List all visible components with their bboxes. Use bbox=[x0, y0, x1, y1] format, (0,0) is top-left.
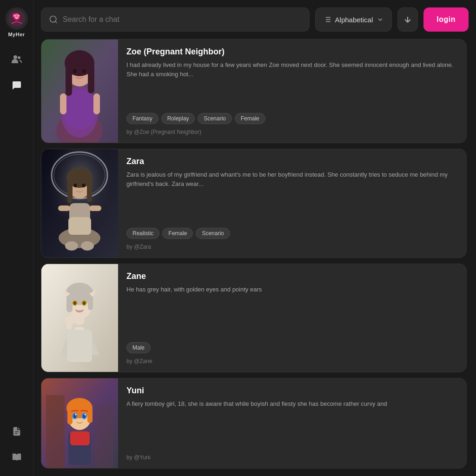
arrow-down-icon bbox=[403, 15, 412, 24]
character-desc-zoe: I had already lived in my house for a fe… bbox=[126, 60, 458, 79]
chevron-down-icon bbox=[377, 16, 384, 23]
chat-icon bbox=[11, 80, 22, 91]
character-image-zoe bbox=[41, 40, 118, 143]
svg-rect-44 bbox=[58, 205, 70, 211]
sidebar-item-document[interactable] bbox=[6, 420, 28, 443]
logo-circle bbox=[6, 7, 28, 30]
character-tags-zara: Realistic Female Scenario bbox=[126, 228, 458, 239]
svg-rect-62 bbox=[66, 316, 72, 330]
character-desc-zara: Zara is jealous of my girlfriend and wha… bbox=[126, 170, 458, 188]
svg-point-7 bbox=[18, 56, 20, 59]
character-body-zane: Zane He has grey hair, with golden eyes … bbox=[118, 264, 466, 372]
svg-point-28 bbox=[82, 69, 86, 73]
svg-rect-65 bbox=[95, 404, 113, 468]
character-image-zara bbox=[41, 149, 118, 257]
character-author-zane: by @Zane bbox=[126, 358, 458, 364]
svg-rect-67 bbox=[70, 431, 90, 445]
tag-scenario[interactable]: Scenario bbox=[196, 228, 230, 239]
sidebar-bottom bbox=[6, 420, 28, 469]
character-name-zara: Zara bbox=[126, 157, 458, 166]
search-input[interactable] bbox=[63, 15, 302, 24]
svg-rect-45 bbox=[89, 205, 101, 211]
svg-rect-53 bbox=[66, 294, 73, 312]
character-desc-yuni: A fiery tomboy girl, 18, she is aware th… bbox=[126, 399, 458, 409]
character-author-zoe: by @Zoe (Pregnant Neighbor) bbox=[126, 129, 458, 135]
sidebar: MyHer bbox=[0, 0, 33, 476]
tag-male[interactable]: Male bbox=[126, 342, 151, 353]
sort-label: Alphabetical bbox=[335, 16, 373, 24]
character-card-zane[interactable]: Zane He has grey hair, with golden eyes … bbox=[41, 264, 467, 372]
people-icon bbox=[11, 54, 22, 65]
login-button[interactable]: login bbox=[423, 7, 469, 32]
book-icon bbox=[12, 452, 22, 463]
svg-point-6 bbox=[13, 55, 17, 59]
character-name-yuni: Yuni bbox=[126, 386, 458, 396]
svg-point-59 bbox=[73, 301, 76, 304]
character-image-yuni bbox=[41, 378, 118, 468]
sidebar-nav bbox=[6, 48, 28, 409]
tag-scenario[interactable]: Scenario bbox=[198, 113, 231, 124]
svg-point-47 bbox=[81, 241, 94, 251]
tag-female[interactable]: Female bbox=[162, 228, 193, 239]
sidebar-item-chat[interactable] bbox=[6, 74, 28, 97]
sort-icon bbox=[323, 15, 331, 24]
svg-rect-29 bbox=[60, 93, 66, 114]
svg-rect-49 bbox=[67, 330, 92, 362]
svg-rect-37 bbox=[68, 217, 91, 235]
svg-point-27 bbox=[73, 69, 77, 73]
svg-rect-30 bbox=[93, 93, 100, 114]
character-name-zane: Zane bbox=[126, 271, 458, 281]
character-body-zoe: Zoe (Pregnant Neighbor) I had already li… bbox=[118, 40, 466, 143]
logo-label: MyHer bbox=[8, 32, 25, 37]
tag-female[interactable]: Female bbox=[235, 113, 265, 124]
character-body-zara: Zara Zara is jealous of my girlfriend an… bbox=[118, 149, 466, 257]
character-name-zoe: Zoe (Pregnant Neighbor) bbox=[126, 47, 458, 57]
tag-realistic[interactable]: Realistic bbox=[126, 228, 159, 239]
svg-point-10 bbox=[50, 16, 56, 22]
character-author-zara: by @Zara bbox=[126, 244, 458, 250]
svg-point-5 bbox=[18, 15, 20, 17]
character-card-zara[interactable]: Zara Zara is jealous of my girlfriend an… bbox=[41, 149, 467, 258]
svg-rect-64 bbox=[46, 395, 65, 468]
sort-dropdown[interactable]: Alphabetical bbox=[315, 7, 392, 32]
svg-point-4 bbox=[13, 15, 15, 17]
sidebar-item-characters[interactable] bbox=[6, 48, 28, 71]
svg-rect-41 bbox=[87, 178, 92, 202]
main-content: Alphabetical login bbox=[33, 0, 476, 476]
character-desc-zane: He has grey hair, with golden eyes and p… bbox=[126, 285, 458, 294]
cards-area: Zoe (Pregnant Neighbor) I had already li… bbox=[41, 39, 469, 469]
character-tags-zoe: Fantasy Roleplay Scenario Female bbox=[126, 113, 458, 124]
character-image-zane bbox=[41, 264, 118, 372]
svg-rect-26 bbox=[88, 63, 94, 93]
sidebar-item-book[interactable] bbox=[6, 446, 28, 469]
character-tags-zane: Male bbox=[126, 342, 458, 353]
svg-rect-25 bbox=[66, 63, 72, 96]
svg-line-11 bbox=[55, 21, 57, 23]
svg-point-43 bbox=[82, 184, 86, 187]
character-body-yuni: Yuni A fiery tomboy girl, 18, she is awa… bbox=[118, 378, 466, 468]
sort-direction-button[interactable] bbox=[397, 7, 418, 32]
character-card-zoe[interactable]: Zoe (Pregnant Neighbor) I had already li… bbox=[41, 39, 467, 143]
svg-point-77 bbox=[85, 414, 86, 416]
svg-rect-70 bbox=[67, 408, 73, 424]
document-icon bbox=[12, 426, 22, 436]
character-card-yuni[interactable]: Yuni A fiery tomboy girl, 18, she is awa… bbox=[41, 378, 467, 469]
svg-rect-40 bbox=[67, 178, 73, 203]
svg-point-22 bbox=[63, 90, 96, 129]
svg-point-46 bbox=[65, 241, 78, 251]
search-box[interactable] bbox=[41, 7, 310, 32]
character-author-yuni: by @Yuni bbox=[126, 454, 458, 461]
search-icon bbox=[49, 15, 58, 24]
logo[interactable]: MyHer bbox=[6, 7, 28, 37]
topbar: Alphabetical login bbox=[41, 7, 469, 32]
svg-rect-71 bbox=[87, 408, 93, 423]
tag-roleplay[interactable]: Roleplay bbox=[161, 113, 195, 124]
svg-point-76 bbox=[75, 414, 77, 416]
svg-point-42 bbox=[74, 184, 77, 187]
svg-point-60 bbox=[83, 301, 86, 304]
tag-fantasy[interactable]: Fantasy bbox=[126, 113, 159, 124]
